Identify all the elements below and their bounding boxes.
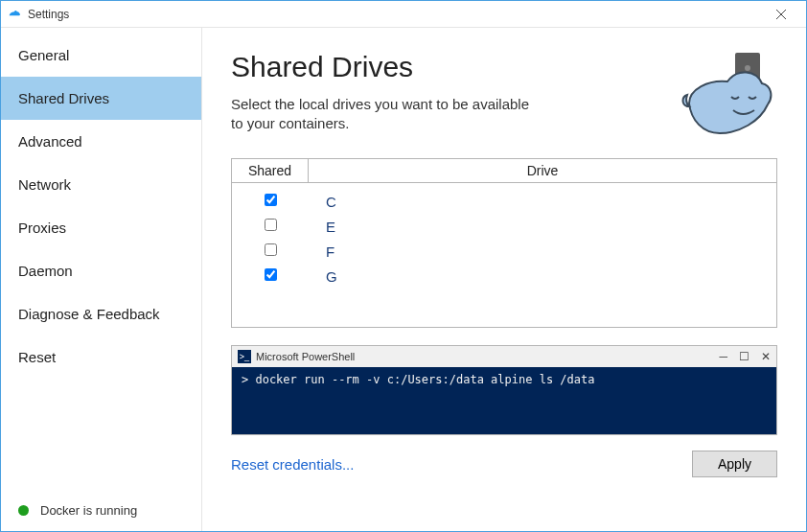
maximize-icon: ☐ — [739, 350, 749, 363]
apply-button[interactable]: Apply — [692, 451, 777, 477]
page-title: Shared Drives — [231, 51, 681, 83]
minimize-icon: ─ — [719, 350, 727, 363]
sidebar-item-reset[interactable]: Reset — [1, 335, 201, 379]
sidebar-item-proxies[interactable]: Proxies — [1, 206, 201, 249]
powershell-command: > docker run --rm -v c:/Users:/data alpi… — [242, 373, 767, 386]
svg-point-1 — [745, 65, 750, 71]
sidebar-item-diagnose-feedback[interactable]: Diagnose & Feedback — [1, 292, 201, 335]
drives-table-body: C E F G — [232, 183, 776, 327]
sidebar: General Shared Drives Advanced Network P… — [1, 28, 202, 531]
status-text: Docker is running — [40, 503, 137, 518]
table-row: C — [232, 189, 776, 214]
app-icon — [7, 7, 22, 22]
sidebar-item-daemon[interactable]: Daemon — [1, 249, 201, 292]
drive-label: G — [309, 268, 776, 285]
drive-checkbox-c[interactable] — [265, 194, 277, 206]
main-panel: Shared Drives Select the local drives yo… — [202, 28, 806, 531]
powershell-icon: >_ — [238, 350, 251, 363]
close-icon: ✕ — [761, 350, 771, 363]
column-header-drive: Drive — [309, 159, 776, 182]
drive-checkbox-f[interactable] — [265, 243, 277, 256]
table-row: E — [232, 214, 776, 239]
sidebar-item-network[interactable]: Network — [1, 163, 201, 206]
window-body: General Shared Drives Advanced Network P… — [1, 28, 806, 531]
powershell-preview: >_ Microsoft PowerShell ─ ☐ ✕ > docker r… — [231, 345, 777, 435]
sidebar-item-shared-drives[interactable]: Shared Drives — [1, 77, 201, 120]
titlebar: Settings — [1, 1, 806, 28]
docker-whale-icon — [681, 51, 777, 137]
header-row: Shared Drives Select the local drives yo… — [231, 51, 777, 137]
table-row: F — [232, 239, 776, 264]
table-row: G — [232, 264, 776, 289]
bottom-row: Reset credentials... Apply — [231, 451, 777, 477]
sidebar-item-general[interactable]: General — [1, 34, 201, 77]
status-dot-icon — [18, 505, 29, 516]
column-header-shared: Shared — [232, 159, 309, 182]
drive-checkbox-g[interactable] — [265, 268, 277, 281]
page-subtitle: Select the local drives you want to be a… — [231, 95, 538, 134]
drive-label: E — [309, 219, 776, 235]
drive-label: F — [309, 243, 776, 260]
powershell-window-controls: ─ ☐ ✕ — [719, 350, 771, 363]
window-title: Settings — [28, 8, 762, 21]
drives-table-header: Shared Drive — [232, 159, 776, 183]
drive-label: C — [309, 194, 776, 210]
settings-window: Settings General Shared Drives Advanced … — [0, 0, 807, 532]
drive-checkbox-e[interactable] — [265, 219, 277, 231]
powershell-body: > docker run --rm -v c:/Users:/data alpi… — [232, 367, 776, 434]
status-bar: Docker is running — [1, 490, 201, 531]
close-button[interactable] — [762, 1, 800, 27]
sidebar-nav: General Shared Drives Advanced Network P… — [1, 28, 201, 490]
powershell-title: Microsoft PowerShell — [256, 351, 719, 362]
header-text: Shared Drives Select the local drives yo… — [231, 51, 681, 134]
drives-table: Shared Drive C E F — [231, 158, 777, 328]
reset-credentials-link[interactable]: Reset credentials... — [231, 456, 354, 473]
sidebar-item-advanced[interactable]: Advanced — [1, 120, 201, 163]
powershell-titlebar: >_ Microsoft PowerShell ─ ☐ ✕ — [232, 346, 776, 367]
